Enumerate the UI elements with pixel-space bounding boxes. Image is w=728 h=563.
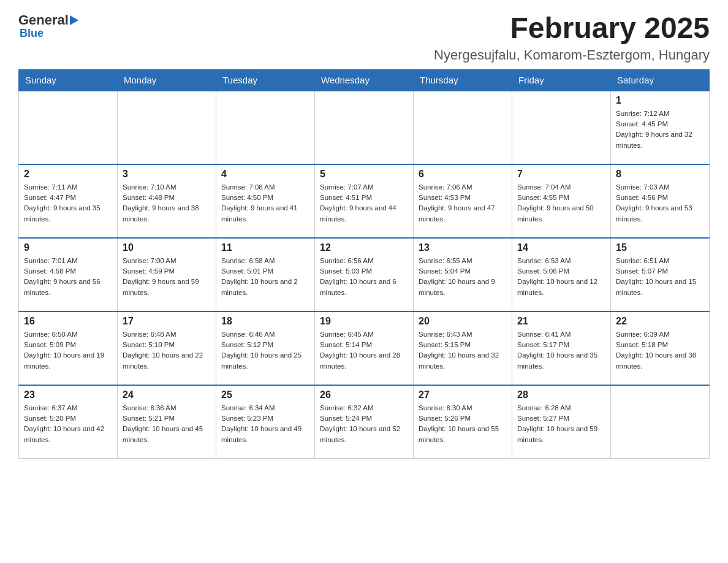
- calendar-cell: 20Sunrise: 6:43 AMSunset: 5:15 PMDayligh…: [414, 312, 512, 385]
- day-number: 11: [221, 242, 309, 253]
- day-info: Sunrise: 6:56 AMSunset: 5:03 PMDaylight:…: [320, 256, 408, 298]
- calendar-cell: 16Sunrise: 6:50 AMSunset: 5:09 PMDayligh…: [19, 312, 118, 385]
- day-number: 17: [123, 316, 211, 327]
- calendar-cell: 1Sunrise: 7:12 AMSunset: 4:45 PMDaylight…: [611, 91, 710, 164]
- calendar-cell: 26Sunrise: 6:32 AMSunset: 5:24 PMDayligh…: [315, 385, 414, 459]
- day-info: Sunrise: 6:53 AMSunset: 5:06 PMDaylight:…: [517, 256, 605, 298]
- day-number: 4: [221, 169, 309, 180]
- calendar-cell: 11Sunrise: 6:58 AMSunset: 5:01 PMDayligh…: [216, 238, 315, 312]
- day-number: 20: [419, 316, 507, 327]
- day-info: Sunrise: 6:48 AMSunset: 5:10 PMDaylight:…: [123, 329, 211, 372]
- day-info: Sunrise: 6:51 AMSunset: 5:07 PMDaylight:…: [616, 256, 704, 298]
- day-info: Sunrise: 6:30 AMSunset: 5:26 PMDaylight:…: [419, 403, 507, 445]
- weekday-header-tuesday: Tuesday: [216, 69, 315, 91]
- day-info: Sunrise: 7:08 AMSunset: 4:50 PMDaylight:…: [221, 182, 309, 224]
- day-number: 14: [517, 242, 605, 253]
- day-info: Sunrise: 6:58 AMSunset: 5:01 PMDaylight:…: [221, 256, 309, 298]
- day-number: 27: [419, 389, 507, 400]
- day-info: Sunrise: 6:39 AMSunset: 5:18 PMDaylight:…: [616, 329, 704, 372]
- day-number: 26: [320, 389, 408, 400]
- day-number: 3: [123, 169, 211, 180]
- calendar-week-4: 16Sunrise: 6:50 AMSunset: 5:09 PMDayligh…: [19, 312, 710, 385]
- day-number: 6: [419, 169, 507, 180]
- day-info: Sunrise: 7:07 AMSunset: 4:51 PMDaylight:…: [320, 182, 408, 224]
- calendar-cell: 21Sunrise: 6:41 AMSunset: 5:17 PMDayligh…: [512, 312, 611, 385]
- title-area: February 2025 Nyergesujfalu, Komarom-Esz…: [434, 12, 710, 63]
- calendar-cell: [611, 385, 710, 459]
- calendar-cell: 14Sunrise: 6:53 AMSunset: 5:06 PMDayligh…: [512, 238, 611, 312]
- weekday-header-thursday: Thursday: [414, 69, 512, 91]
- calendar-cell: [512, 91, 611, 164]
- day-info: Sunrise: 6:37 AMSunset: 5:20 PMDaylight:…: [24, 403, 112, 445]
- day-number: 7: [517, 169, 605, 180]
- calendar-cell: 24Sunrise: 6:36 AMSunset: 5:21 PMDayligh…: [118, 385, 216, 459]
- calendar-cell: 18Sunrise: 6:46 AMSunset: 5:12 PMDayligh…: [216, 312, 315, 385]
- calendar-cell: 2Sunrise: 7:11 AMSunset: 4:47 PMDaylight…: [19, 164, 118, 238]
- day-number: 22: [616, 316, 704, 327]
- weekday-header-wednesday: Wednesday: [315, 69, 414, 91]
- weekday-header-friday: Friday: [512, 69, 611, 91]
- calendar-cell: 19Sunrise: 6:45 AMSunset: 5:14 PMDayligh…: [315, 312, 414, 385]
- day-number: 18: [221, 316, 309, 327]
- day-number: 25: [221, 389, 309, 400]
- calendar-cell: 15Sunrise: 6:51 AMSunset: 5:07 PMDayligh…: [611, 238, 710, 312]
- calendar-week-3: 9Sunrise: 7:01 AMSunset: 4:58 PMDaylight…: [19, 238, 710, 312]
- day-info: Sunrise: 7:03 AMSunset: 4:56 PMDaylight:…: [616, 182, 704, 224]
- day-number: 24: [123, 389, 211, 400]
- calendar-cell: 25Sunrise: 6:34 AMSunset: 5:23 PMDayligh…: [216, 385, 315, 459]
- day-number: 12: [320, 242, 408, 253]
- day-info: Sunrise: 6:41 AMSunset: 5:17 PMDaylight:…: [517, 329, 605, 372]
- day-number: 16: [24, 316, 112, 327]
- day-info: Sunrise: 6:55 AMSunset: 5:04 PMDaylight:…: [419, 256, 507, 298]
- day-number: 19: [320, 316, 408, 327]
- month-title: February 2025: [434, 12, 710, 45]
- svg-marker-0: [70, 15, 78, 25]
- page-header: General Blue February 2025 Nyergesujfalu…: [18, 12, 710, 63]
- day-info: Sunrise: 6:28 AMSunset: 5:27 PMDaylight:…: [517, 403, 605, 445]
- day-info: Sunrise: 7:04 AMSunset: 4:55 PMDaylight:…: [517, 182, 605, 224]
- day-number: 21: [517, 316, 605, 327]
- day-info: Sunrise: 7:10 AMSunset: 4:48 PMDaylight:…: [123, 182, 211, 224]
- calendar-week-2: 2Sunrise: 7:11 AMSunset: 4:47 PMDaylight…: [19, 164, 710, 238]
- calendar-cell: 4Sunrise: 7:08 AMSunset: 4:50 PMDaylight…: [216, 164, 315, 238]
- logo: General Blue: [18, 12, 78, 40]
- day-info: Sunrise: 6:43 AMSunset: 5:15 PMDaylight:…: [419, 329, 507, 372]
- day-number: 5: [320, 169, 408, 180]
- calendar-cell: 17Sunrise: 6:48 AMSunset: 5:10 PMDayligh…: [118, 312, 216, 385]
- day-info: Sunrise: 7:12 AMSunset: 4:45 PMDaylight:…: [616, 109, 704, 151]
- day-number: 2: [24, 169, 112, 180]
- day-info: Sunrise: 6:45 AMSunset: 5:14 PMDaylight:…: [320, 329, 408, 372]
- logo-arrow-icon: [70, 12, 78, 28]
- weekday-header-row: SundayMondayTuesdayWednesdayThursdayFrid…: [19, 69, 710, 91]
- calendar-cell: 5Sunrise: 7:07 AMSunset: 4:51 PMDaylight…: [315, 164, 414, 238]
- calendar-cell: 23Sunrise: 6:37 AMSunset: 5:20 PMDayligh…: [19, 385, 118, 459]
- calendar-cell: 27Sunrise: 6:30 AMSunset: 5:26 PMDayligh…: [414, 385, 512, 459]
- calendar-cell: 3Sunrise: 7:10 AMSunset: 4:48 PMDaylight…: [118, 164, 216, 238]
- day-info: Sunrise: 6:34 AMSunset: 5:23 PMDaylight:…: [221, 403, 309, 445]
- day-info: Sunrise: 6:32 AMSunset: 5:24 PMDaylight:…: [320, 403, 408, 445]
- day-info: Sunrise: 7:11 AMSunset: 4:47 PMDaylight:…: [24, 182, 112, 224]
- calendar-cell: [216, 91, 315, 164]
- calendar-cell: 28Sunrise: 6:28 AMSunset: 5:27 PMDayligh…: [512, 385, 611, 459]
- weekday-header-sunday: Sunday: [19, 69, 118, 91]
- day-info: Sunrise: 7:00 AMSunset: 4:59 PMDaylight:…: [123, 256, 211, 298]
- calendar-cell: 22Sunrise: 6:39 AMSunset: 5:18 PMDayligh…: [611, 312, 710, 385]
- calendar-cell: 12Sunrise: 6:56 AMSunset: 5:03 PMDayligh…: [315, 238, 414, 312]
- logo-text: General: [18, 12, 78, 28]
- calendar-cell: [19, 91, 118, 164]
- day-info: Sunrise: 7:06 AMSunset: 4:53 PMDaylight:…: [419, 182, 507, 224]
- calendar-cell: 6Sunrise: 7:06 AMSunset: 4:53 PMDaylight…: [414, 164, 512, 238]
- calendar-week-5: 23Sunrise: 6:37 AMSunset: 5:20 PMDayligh…: [19, 385, 710, 459]
- day-number: 23: [24, 389, 112, 400]
- weekday-header-saturday: Saturday: [611, 69, 710, 91]
- calendar-table: SundayMondayTuesdayWednesdayThursdayFrid…: [18, 69, 710, 459]
- logo-general: General: [18, 12, 69, 28]
- calendar-cell: [414, 91, 512, 164]
- weekday-header-monday: Monday: [118, 69, 216, 91]
- calendar-cell: 8Sunrise: 7:03 AMSunset: 4:56 PMDaylight…: [611, 164, 710, 238]
- calendar-cell: 9Sunrise: 7:01 AMSunset: 4:58 PMDaylight…: [19, 238, 118, 312]
- logo-sub: Blue: [20, 27, 44, 40]
- day-info: Sunrise: 6:50 AMSunset: 5:09 PMDaylight:…: [24, 329, 112, 372]
- calendar-cell: 10Sunrise: 7:00 AMSunset: 4:59 PMDayligh…: [118, 238, 216, 312]
- day-number: 13: [419, 242, 507, 253]
